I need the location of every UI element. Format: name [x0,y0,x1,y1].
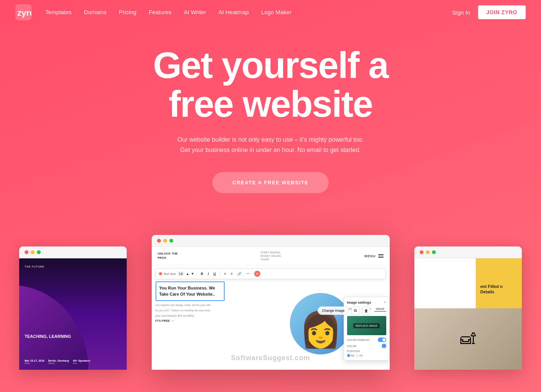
right-site-background: ent Filled n Details 🛋 [414,258,522,370]
panel-tab-image[interactable]: IMAGE [374,307,386,312]
browser-bar-left [19,246,127,258]
panel-close-button[interactable]: × [384,300,386,304]
editable-text-block[interactable]: You Run Your Business. We Take Care Of Y… [156,281,225,301]
dot-red-right [420,250,424,254]
nav-link-domains[interactable]: Domains [84,9,106,15]
arrow-down-icon[interactable]: ▼ [191,272,194,276]
nav-item-features[interactable]: Features [149,9,171,16]
left-site-headline: TEACHING, LEARNING [25,334,71,339]
nav-right: Sign In JOIN ZYRO [452,5,526,19]
position-label: POSITION [347,350,360,352]
browser-content-left: THE FUTURE TEACHING, LEARNING Mar 15-17,… [19,258,127,370]
panel-header: Image settings × [347,300,386,304]
browser-bar-right [414,246,522,258]
meta-location: Berlin, Germany where [48,359,69,364]
toolbar-link[interactable]: 🔗 [236,271,243,276]
sign-in-button[interactable]: Sign In [452,9,470,16]
color-picker[interactable] [382,344,386,348]
arrow-up-icon[interactable]: ▲ [186,272,189,276]
nav-item-ai-writer[interactable]: AI Writer [184,9,206,16]
right-site-text: ent Filled n Details [480,284,517,295]
radio-item-fb[interactable]: FB [347,354,354,357]
toolbar-close-button[interactable]: × [254,271,260,277]
position-row: POSITION [347,350,386,352]
position-radio-group: FB F2 [347,354,386,357]
editor-body-text3: jobs cost between $55 and $550. [156,314,213,318]
person-silhouette-icon: 👩 [299,312,342,347]
toolbar-bold[interactable]: B [199,271,205,276]
editor-logo: UNLOCK THE PROS [158,252,178,260]
dot-green-left [37,250,41,254]
dot-green-right [432,250,436,254]
nav-item-ai-heatmap[interactable]: AI Heatmap [218,9,249,16]
meta-speakers: 40+ Speakers who [73,359,90,364]
nav-link-ai-writer[interactable]: AI Writer [184,9,206,15]
dot-yellow-main [163,239,167,243]
toolbar-align-center[interactable]: ≡ [229,271,234,276]
editor-body-text2: for you 24/7. There's no monthly fee and… [156,309,213,313]
delete-icon-button[interactable]: 🗑 [362,306,371,315]
toolbar-separator-1 [197,271,197,276]
hero-subtitle-line2: Get your business online in under an hou… [180,147,361,153]
change-image-button[interactable]: Change Image [318,306,349,315]
color-overlay-row: COLOR OVERLAY [347,337,386,342]
toolbar-underline[interactable]: U [212,271,218,276]
right-photo-section: 🛋 [414,308,522,370]
nav-link-pricing[interactable]: Pricing [119,9,137,15]
left-site-meta: Mar 15-17, 2019 when Berlin, Germany whe… [25,359,90,364]
nav-links: Templates Domains Pricing Features AI Wr… [45,9,291,16]
editor-main-area: You Run Your Business. We Take Care Of Y… [152,281,390,323]
left-site-background: THE FUTURE TEACHING, LEARNING Mar 15-17,… [19,258,127,370]
copy-icon-button[interactable]: ⧉ [351,306,360,315]
editor-nav: UNLOCK THE PROS START MAKING MONEY ONLIN… [152,247,390,265]
toolbar-color-dot [159,272,162,275]
browser-content-right: ent Filled n Details 🛋 [414,258,522,370]
nav-item-logo-maker[interactable]: Logo Maker [261,9,291,16]
join-button[interactable]: JOIN ZYRO [478,5,526,19]
nav-item-domains[interactable]: Domains [84,9,106,16]
browser-main: UNLOCK THE PROS START MAKING MONEY ONLIN… [152,235,390,370]
logo[interactable]: zyro [15,4,31,20]
toolbar-text-size-label: Text Size [164,272,176,276]
color-row: COLOR [347,344,386,348]
right-photo-inner: 🛋 [414,308,522,370]
color-overlay-toggle[interactable] [378,337,386,342]
nav-link-templates[interactable]: Templates [45,9,71,15]
nav-item-pricing[interactable]: Pricing [119,9,137,16]
hero-title: Get yourself a free website [153,46,388,124]
panel-title: Image settings [347,301,371,304]
radio-circle-fb [347,354,350,357]
left-site-arch [19,285,88,370]
browser-right: ent Filled n Details 🛋 [414,246,522,370]
hero-subtitle-line1: Our website builder is not only easy to … [177,136,364,143]
toolbar-align-left[interactable]: ≡ [222,271,227,276]
svg-text:zyro: zyro [17,8,31,18]
dot-red-left [25,250,28,254]
hero-title-line2: free website [169,83,372,124]
color-overlay-label: COLOR OVERLAY [347,339,370,341]
editor-body-text: Our experts can design, build, and fix y… [156,303,213,307]
hero-section: Get yourself a free website Our website … [0,0,541,392]
toolbar-more[interactable]: ⋯ [245,271,251,276]
left-site-tag: THE FUTURE [25,265,44,268]
toolbar-text-size-value[interactable]: 16 [177,271,184,276]
editor-menu[interactable]: MENU [364,254,383,258]
watermark: SoftwareSuggest.com [231,354,310,362]
mockup-container: THE FUTURE TEACHING, LEARNING Mar 15-17,… [0,216,541,370]
color-label: COLOR [347,345,357,347]
person-circle: 👩 [290,293,351,354]
zyro-logo-icon: zyro [15,4,31,20]
hamburger-icon [378,254,384,258]
radio-circle-f2 [356,354,359,357]
replace-image-button[interactable]: REPLACE IMAGE [353,323,380,328]
hero-title-line1: Get yourself a [153,45,388,86]
toolbar-italic[interactable]: I [206,271,210,276]
browser-left: THE FUTURE TEACHING, LEARNING Mar 15-17,… [19,246,127,370]
nav-left: zyro Templates Domains Pricing Features … [15,4,291,20]
radio-item-f2[interactable]: F2 [356,354,362,357]
cta-button[interactable]: CREATE A FREE WEBSITE [212,172,328,193]
nav-item-templates[interactable]: Templates [45,9,71,16]
nav-link-logo-maker[interactable]: Logo Maker [261,9,291,15]
nav-link-ai-heatmap[interactable]: AI Heatmap [218,9,249,15]
nav-link-features[interactable]: Features [149,9,171,15]
